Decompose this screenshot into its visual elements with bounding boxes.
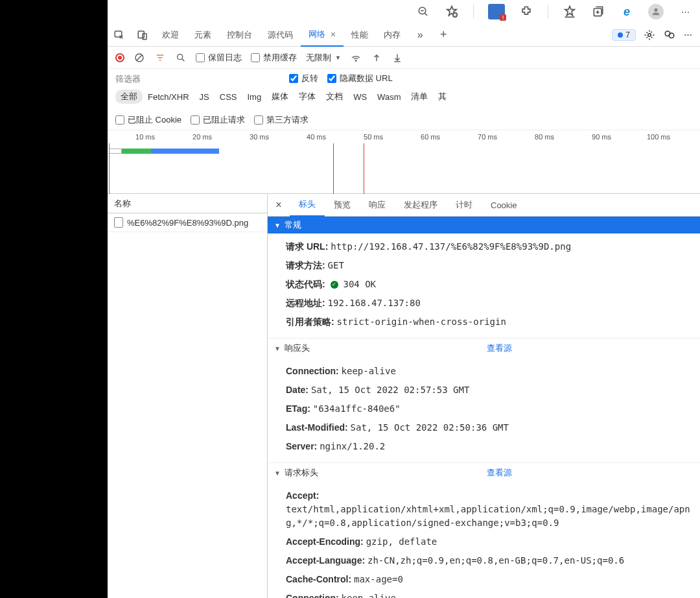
status-ok-icon — [331, 281, 338, 289]
favorites-icon[interactable] — [563, 5, 577, 19]
type-filter-字体[interactable]: 字体 — [294, 90, 321, 104]
detail-tab-计时[interactable]: 计时 — [447, 194, 482, 217]
tab-sources[interactable]: 源代码 — [260, 23, 301, 47]
view-source-link[interactable]: 查看源 — [487, 467, 694, 479]
close-panel-icon[interactable]: × — [268, 199, 290, 211]
more-options-icon[interactable]: ⋯ — [684, 30, 692, 40]
more-tabs-icon[interactable]: » — [408, 29, 432, 41]
svg-line-1 — [425, 13, 427, 16]
tab-welcome[interactable]: 欢迎 — [154, 23, 187, 47]
disable-cache-checkbox[interactable]: 禁用缓存 — [251, 52, 297, 64]
zoom-out-icon[interactable] — [416, 5, 430, 19]
ie-mode-icon[interactable]: e — [620, 5, 634, 19]
column-header-name[interactable]: 名称 — [108, 194, 267, 213]
browser-toolbar: e ⋯ — [108, 0, 700, 23]
type-filter-Wasm[interactable]: Wasm — [372, 91, 406, 103]
network-conditions-icon[interactable] — [350, 52, 362, 64]
inspect-element-icon[interactable] — [108, 29, 131, 41]
tab-console[interactable]: 控制台 — [219, 23, 260, 47]
search-icon[interactable] — [175, 52, 187, 64]
timeline-overview[interactable]: 10 ms20 ms30 ms40 ms50 ms60 ms70 ms80 ms… — [108, 130, 700, 194]
tab-memory[interactable]: 内存 — [376, 23, 408, 47]
timeline-tick: 100 ms — [647, 133, 670, 141]
collections-icon[interactable] — [591, 5, 605, 19]
tab-performance[interactable]: 性能 — [344, 23, 376, 47]
throttling-select[interactable]: 无限制▼ — [306, 52, 341, 64]
detail-tab-响应[interactable]: 响应 — [360, 194, 395, 217]
profile-avatar-icon[interactable] — [648, 4, 664, 19]
type-filter-JS[interactable]: JS — [194, 91, 215, 103]
header-row: Accept-Language: zh-CN,zh;q=0.9,en;q=0.8… — [286, 551, 694, 570]
header-row: Last-Modified: Sat, 15 Oct 2022 02:50:36… — [286, 418, 694, 437]
type-filter-Fetch/XHR[interactable]: Fetch/XHR — [143, 91, 194, 103]
timeline-tick: 20 ms — [192, 133, 212, 141]
svg-point-14 — [648, 33, 651, 36]
filter-toggle-icon[interactable] — [154, 52, 166, 64]
svg-line-18 — [137, 55, 142, 60]
response-headers-section[interactable]: ▼响应头查看源 — [268, 338, 700, 358]
record-icon[interactable] — [115, 53, 124, 62]
upload-har-icon[interactable] — [371, 52, 382, 64]
type-filter-Img[interactable]: Img — [242, 91, 266, 103]
close-icon[interactable]: × — [331, 29, 336, 40]
header-row: Accept: text/html,application/xhtml+xml,… — [286, 486, 694, 532]
view-source-link[interactable]: 查看源 — [487, 342, 694, 354]
filter-input[interactable] — [115, 74, 154, 84]
tab-network[interactable]: 网络× — [301, 23, 344, 47]
timeline-tick: 90 ms — [592, 133, 611, 141]
type-filter-媒体[interactable]: 媒体 — [266, 90, 294, 104]
detail-tab-预览[interactable]: 预览 — [325, 194, 360, 217]
detail-tab-标头[interactable]: 标头 — [290, 194, 325, 217]
preserve-log-checkbox[interactable]: 保留日志 — [196, 52, 242, 64]
timeline-tick: 40 ms — [307, 133, 326, 141]
feedback-icon[interactable] — [663, 29, 676, 41]
svg-point-10 — [654, 8, 657, 12]
header-row: Connection: keep-alive — [286, 362, 694, 381]
request-detail-panel: × 标头预览响应发起程序计时Cookie ▼常规 请求 URL: http://… — [268, 194, 700, 598]
timeline-tick: 10 ms — [135, 133, 155, 141]
file-icon — [114, 217, 123, 228]
requests-table: 名称 %E6%82%9F%E8%93%9D.png — [108, 194, 268, 598]
download-har-icon[interactable] — [391, 52, 403, 64]
tab-elements[interactable]: 元素 — [187, 23, 219, 47]
separator — [548, 5, 548, 19]
page-content-placeholder — [0, 0, 108, 598]
filter-bar: 反转 隐藏数据 URL 全部Fetch/XHRJSCSSImg媒体字体文档WSW… — [108, 69, 700, 130]
type-filter-清单[interactable]: 清单 — [406, 90, 433, 104]
request-name: %E6%82%9F%E8%93%9D.png — [127, 218, 248, 228]
detail-tab-发起程序[interactable]: 发起程序 — [395, 194, 447, 217]
type-filter-全部[interactable]: 全部 — [115, 90, 143, 104]
blocked-requests-checkbox[interactable]: 已阻止请求 — [191, 114, 245, 126]
svg-point-24 — [355, 60, 356, 61]
request-headers-section[interactable]: ▼请求标头查看源 — [268, 462, 700, 483]
header-row: Connection: keep-alive — [286, 589, 694, 598]
favorite-add-icon[interactable] — [445, 5, 459, 19]
detail-tab-Cookie[interactable]: Cookie — [482, 194, 526, 217]
invert-checkbox[interactable]: 反转 — [289, 73, 318, 84]
type-filter-WS[interactable]: WS — [348, 91, 372, 103]
type-filter-文档[interactable]: 文档 — [321, 90, 348, 104]
svg-line-23 — [182, 59, 184, 61]
header-row: Accept-Encoding: gzip, deflate — [286, 532, 694, 551]
general-section-header[interactable]: ▼常规 — [268, 217, 700, 233]
type-filter-CSS[interactable]: CSS — [215, 91, 242, 103]
notification-badge-icon[interactable] — [488, 4, 505, 19]
extensions-icon[interactable] — [519, 5, 533, 19]
settings-icon[interactable] — [644, 29, 655, 41]
header-row: Server: nginx/1.20.2 — [286, 437, 694, 456]
timeline-tick: 80 ms — [535, 133, 554, 141]
clear-icon[interactable] — [134, 52, 145, 64]
header-row: ETag: "634a1ffc-840e6" — [286, 400, 694, 418]
more-icon[interactable]: ⋯ — [678, 5, 692, 19]
add-tab-icon[interactable]: + — [432, 28, 455, 42]
type-filter-其[interactable]: 其 — [433, 90, 452, 104]
header-row: Date: Sat, 15 Oct 2022 02:57:53 GMT — [286, 381, 694, 400]
third-party-checkbox[interactable]: 第三方请求 — [254, 114, 309, 126]
issues-badge[interactable]: 7 — [612, 29, 636, 41]
request-row[interactable]: %E6%82%9F%E8%93%9D.png — [108, 213, 267, 232]
blocked-cookies-checkbox[interactable]: 已阻止 Cookie — [115, 114, 181, 126]
separator — [473, 5, 474, 19]
hide-data-urls-checkbox[interactable]: 隐藏数据 URL — [327, 73, 393, 84]
device-toggle-icon[interactable] — [131, 29, 154, 41]
header-row: Cache-Control: max-age=0 — [286, 570, 694, 589]
